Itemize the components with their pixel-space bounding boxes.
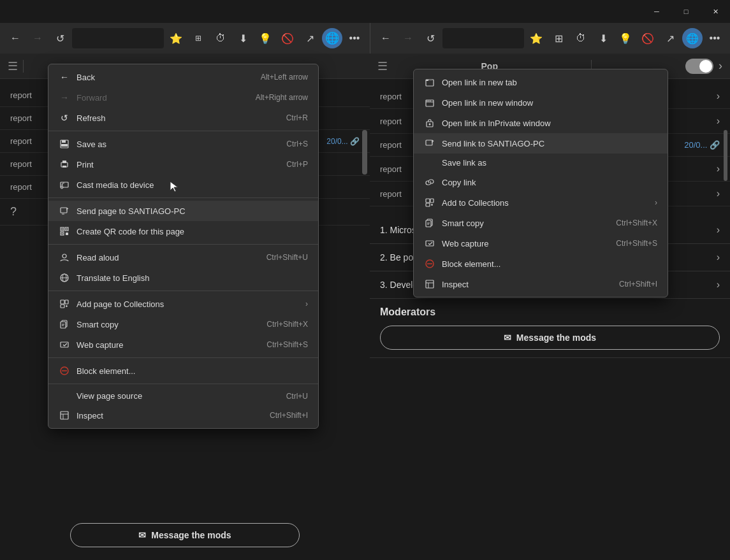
immersive-reader-icon-right[interactable]: 💡: [615, 28, 636, 48]
menu-item-smart-copy[interactable]: Smart copy Ctrl+Shift+X: [48, 314, 318, 334]
right-menu-item-add-collections[interactable]: Add to Collections ›: [414, 192, 668, 213]
collections-icon-right[interactable]: ⊞: [548, 28, 569, 48]
immersive-reader-icon[interactable]: 💡: [255, 28, 275, 48]
more-icon-right[interactable]: •••: [704, 28, 725, 48]
menu-item-forward: → Forward Alt+Right arrow: [48, 87, 318, 108]
menu-item-send-page[interactable]: Send page to SANTIAGO-PC: [48, 201, 318, 221]
menu-item-print[interactable]: Print Ctrl+P: [48, 154, 318, 175]
downloads-icon-right[interactable]: ⬇: [593, 28, 613, 48]
send-link-menu-icon: [424, 138, 435, 149]
close-button[interactable]: ✕: [701, 0, 730, 23]
right-pagination-link[interactable]: 20/0... 🔗: [684, 140, 720, 150]
save-link-menu-label: Save link as: [442, 158, 657, 168]
menu-item-block-element[interactable]: Block element...: [48, 361, 318, 381]
refresh-icon-right[interactable]: ↺: [420, 28, 441, 48]
right-message-mods-button[interactable]: ✉ Message the mods: [380, 326, 720, 350]
svg-rect-16: [67, 234, 68, 235]
collections-icon[interactable]: ⊞: [188, 28, 208, 48]
share-icon-right[interactable]: ↗: [660, 28, 680, 48]
menu-divider-3: [48, 244, 318, 245]
right-chevron-1[interactable]: ›: [717, 90, 720, 102]
share-icon[interactable]: ↗: [300, 28, 320, 48]
history-icon-right[interactable]: ⏱: [571, 28, 591, 48]
svg-rect-8: [61, 208, 67, 213]
menu-item-add-collections[interactable]: Add page to Collections ›: [48, 294, 318, 314]
back-icon-right[interactable]: ←: [376, 28, 396, 48]
history-icon[interactable]: ⏱: [210, 28, 231, 48]
right-menu-item-copy-link[interactable]: Copy link: [414, 172, 668, 192]
svg-rect-46: [426, 140, 432, 145]
menu-item-translate[interactable]: Translate to English: [48, 268, 318, 288]
menu-item-read-aloud[interactable]: Read aloud Ctrl+Shift+U: [48, 247, 318, 268]
back-menu-icon: ←: [59, 71, 70, 83]
browser-toolbar-right: ← → ↺ ⭐ ⊞ ⏱ ⬇ 💡 🚫 ↗ 🌐 •••: [370, 23, 730, 54]
right-menu-item-block-element[interactable]: Block element...: [414, 254, 668, 274]
menu-item-back[interactable]: ← Back Alt+Left arrow: [48, 67, 318, 87]
forward-icon[interactable]: →: [27, 28, 48, 48]
menu-item-view-source[interactable]: View page source Ctrl+U: [48, 387, 318, 405]
back-icon[interactable]: ←: [5, 28, 26, 48]
right-inspect-label: Inspect: [442, 280, 613, 289]
cast-menu-label: Cast media to device: [77, 180, 302, 190]
new-tab-menu-label: Open link in new tab: [442, 78, 657, 87]
section-3-arrow: ›: [717, 279, 720, 291]
right-hamburger-icon[interactable]: ☰: [377, 59, 388, 73]
right-chevron-icon[interactable]: ›: [719, 59, 722, 73]
read-aloud-menu-icon: [59, 252, 70, 263]
right-menu-item-new-tab[interactable]: Open link in new tab: [414, 72, 668, 92]
svg-point-45: [429, 124, 431, 126]
menu-item-cast[interactable]: Cast media to device: [48, 175, 318, 195]
left-pagination-link[interactable]: 20/0... 🔗: [326, 137, 360, 146]
save-as-menu-shortcut: Ctrl+S: [286, 140, 308, 148]
forward-menu-shortcut: Alt+Right arrow: [256, 93, 308, 102]
svg-rect-37: [426, 80, 428, 81]
right-chevron-2[interactable]: ›: [717, 115, 720, 127]
right-web-capture-label: Web capture: [442, 239, 610, 248]
menu-item-refresh[interactable]: ↺ Refresh Ctrl+R: [48, 108, 318, 128]
favorites-icon-right[interactable]: ⭐: [526, 28, 546, 48]
hamburger-icon[interactable]: ☰: [8, 59, 18, 73]
extensions-icon-right[interactable]: 🚫: [638, 28, 658, 48]
menu-item-web-capture[interactable]: Web capture Ctrl+Shift+S: [48, 334, 318, 355]
right-menu-item-send-link[interactable]: Send link to SANTIAGO-PC: [414, 133, 668, 154]
more-icon-left[interactable]: •••: [344, 28, 365, 48]
maximize-button[interactable]: □: [671, 0, 701, 23]
svg-rect-5: [62, 166, 66, 168]
profile-icon-left[interactable]: 🌐: [322, 28, 342, 48]
address-bar-right[interactable]: [442, 28, 524, 48]
new-tab-menu-icon: [424, 76, 435, 88]
svg-rect-13: [66, 229, 68, 230]
minimize-button[interactable]: ─: [642, 0, 671, 23]
menu-item-save-as[interactable]: Save as Ctrl+S: [48, 134, 318, 154]
svg-rect-17: [66, 234, 67, 235]
right-menu-item-web-capture[interactable]: Web capture Ctrl+Shift+S: [414, 233, 668, 254]
right-menu-item-inspect[interactable]: Inspect Ctrl+Shift+I: [414, 274, 668, 294]
left-message-mods-button[interactable]: ✉ Message the mods: [70, 523, 300, 547]
svg-rect-57: [426, 280, 434, 288]
right-menu-item-smart-copy[interactable]: Smart copy Ctrl+Shift+X: [414, 213, 668, 233]
right-menu-item-inprivate[interactable]: Open link in InPrivate window: [414, 113, 668, 133]
extensions-icon[interactable]: 🚫: [277, 28, 298, 48]
favorites-icon[interactable]: ⭐: [166, 28, 186, 48]
forward-icon-right[interactable]: →: [398, 28, 418, 48]
print-menu-shortcut: Ctrl+P: [286, 160, 308, 169]
left-scrollbar[interactable]: [362, 130, 367, 175]
right-toggle-switch[interactable]: [685, 59, 713, 74]
right-menu-item-save-link[interactable]: Save link as: [414, 154, 668, 172]
profile-icon-right[interactable]: 🌐: [682, 28, 703, 48]
smart-copy-menu-label: Smart copy: [77, 320, 260, 329]
right-menu-item-new-window[interactable]: Open link in new window: [414, 92, 668, 113]
moderators-section: Moderators ✉ Message the mods: [370, 299, 730, 358]
refresh-icon[interactable]: ↺: [50, 28, 70, 48]
downloads-icon[interactable]: ⬇: [233, 28, 253, 48]
save-as-menu-icon: [59, 138, 70, 150]
refresh-menu-icon: ↺: [59, 112, 70, 124]
address-bar-left[interactable]: [72, 28, 164, 48]
right-chevron-5[interactable]: ›: [717, 188, 720, 199]
menu-item-inspect-left[interactable]: Inspect Ctrl+Shift+I: [48, 405, 318, 426]
right-scrollbar[interactable]: [724, 130, 727, 181]
right-chevron-4[interactable]: ›: [717, 163, 720, 175]
menu-divider-6: [48, 384, 318, 384]
menu-item-qr-code[interactable]: Create QR code for this page: [48, 221, 318, 241]
right-smart-copy-icon: [424, 217, 435, 229]
